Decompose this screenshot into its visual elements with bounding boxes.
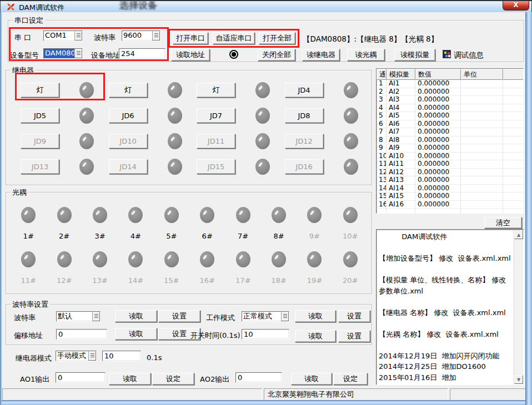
table-cell: AI10 — [387, 153, 415, 161]
switch-time-set-button[interactable]: 设置 — [338, 330, 370, 342]
read-opto-button[interactable]: 读光耦 — [347, 49, 385, 61]
analog-column-header[interactable]: 数值 — [415, 69, 461, 80]
work-mode-read-button[interactable]: 读取 — [295, 310, 336, 322]
adaptive-serial-button[interactable]: 自适应串口 — [213, 32, 255, 44]
debug-info-label[interactable]: 调试信息 — [454, 51, 484, 59]
relay-button-8[interactable]: JD8 — [285, 108, 324, 123]
open-all-button[interactable]: 打开全部 — [259, 32, 295, 44]
relay-button-11[interactable]: JD11 — [197, 134, 235, 149]
table-row[interactable]: 4AI40.000000 — [377, 104, 523, 113]
table-row[interactable]: 8AI80.000000 — [377, 136, 523, 145]
relay-button-9[interactable]: JD9 — [21, 134, 59, 149]
table-row[interactable]: 2AI20.000000 — [377, 88, 523, 97]
open-serial-button[interactable]: 打开串口 — [173, 32, 208, 44]
read-analog-button[interactable]: 读模拟量 — [394, 49, 435, 61]
relay-cell: JD16 — [279, 154, 368, 179]
baudrate-set-button[interactable]: 设置 — [158, 310, 200, 322]
table-row[interactable]: 5AI50.000000 — [377, 112, 523, 120]
close-button[interactable]: X — [503, 0, 529, 11]
switch-time-read-button[interactable]: 读取 — [295, 330, 336, 342]
relay-button-10[interactable]: JD10 — [109, 134, 148, 149]
switch-time-input[interactable]: 10 — [242, 329, 289, 340]
relay-led-9 — [79, 133, 94, 149]
analog-column-header[interactable]: 通 — [377, 69, 387, 80]
table-cell: AI16 — [387, 201, 415, 209]
table-cell: AI14 — [387, 185, 415, 193]
relay-mode-time-input[interactable]: 10 — [102, 351, 141, 361]
port-combobox[interactable]: COM1 — [43, 31, 83, 41]
scroll-up-icon[interactable]: ▲ — [514, 230, 523, 239]
baud-settings-group: 波特率设置 波特率 默认 读取 设置 工作模式 正常模式 读取 设置 偏移地址 … — [6, 304, 372, 345]
scroll-down-icon[interactable]: ▼ — [514, 375, 523, 384]
device-address-input[interactable]: 254 — [119, 48, 165, 59]
baudrate-combobox[interactable]: 9600 — [122, 31, 160, 41]
opto-led-20 — [343, 251, 358, 267]
ao1-input[interactable]: 0 — [56, 372, 106, 383]
read-address-button[interactable]: 读取地址 — [171, 49, 210, 61]
table-row[interactable]: 16AI160.000000 — [377, 201, 523, 209]
baudrate-dropdown-icon[interactable] — [152, 31, 160, 40]
offset-read-button[interactable]: 读取 — [115, 328, 157, 340]
baudrate-setting-combobox[interactable]: 默认 — [56, 311, 101, 322]
title-bar[interactable]: 选择设备 DAM调试软件 — [0, 1, 532, 12]
table-cell: 0.000000 — [415, 193, 461, 201]
relay-button-6[interactable]: JD6 — [109, 108, 148, 123]
table-row[interactable] — [377, 209, 523, 214]
table-row[interactable]: 13AI130.000000 — [377, 176, 523, 185]
port-dropdown-icon[interactable] — [74, 31, 82, 40]
clear-button[interactable]: 清空 — [484, 217, 522, 229]
table-row[interactable]: 11AI110.000000 — [377, 160, 523, 169]
baudrate-setting-dropdown-icon[interactable] — [92, 312, 100, 321]
relay-button-5[interactable]: JD5 — [21, 108, 59, 123]
table-cell: AI7 — [387, 128, 415, 136]
table-row[interactable]: 12AI120.000000 — [377, 169, 523, 177]
close-all-button[interactable]: 关闭全部 — [258, 49, 295, 61]
table-row[interactable]: 3AI30.000000 — [377, 96, 523, 104]
opto-label: 12# — [57, 276, 72, 285]
offset-address-input[interactable]: 0 — [56, 329, 107, 340]
serial-group-title: 串口设定 — [13, 16, 45, 24]
work-mode-dropdown-icon[interactable] — [281, 312, 289, 321]
ao1-read-button[interactable]: 读取 — [109, 373, 151, 385]
work-mode-combobox[interactable]: 正常模式 — [242, 311, 289, 322]
table-row[interactable]: 10AI100.000000 — [377, 153, 523, 161]
relay-button-14[interactable]: JD14 — [109, 159, 148, 174]
relay-led-4 — [344, 82, 358, 98]
work-mode-label: 工作模式 — [206, 313, 235, 322]
ao2-input[interactable]: 0 — [235, 372, 282, 383]
relay-button-15[interactable]: JD15 — [197, 159, 235, 174]
ao2-set-button[interactable]: 设定 — [333, 373, 368, 385]
table-row[interactable]: 15AI150.000000 — [377, 193, 523, 201]
relay-mode-dropdown-icon[interactable] — [88, 351, 96, 361]
device-model-combobox[interactable]: DAM0808 — [43, 48, 83, 59]
relay-button-16[interactable]: JD16 — [285, 159, 324, 174]
relay-button-1[interactable]: 灯 — [21, 83, 59, 98]
opto-cell: 16# — [189, 246, 225, 290]
ao1-set-button[interactable]: 设定 — [152, 373, 194, 385]
device-model-dropdown-icon[interactable] — [74, 49, 82, 58]
relay-button-12[interactable]: JD12 — [285, 134, 324, 149]
table-row[interactable]: 9AI90.000000 — [377, 144, 523, 153]
table-cell — [461, 80, 503, 88]
relay-button-13[interactable]: JD13 — [21, 159, 59, 174]
ao2-read-button[interactable]: 读取 — [291, 373, 332, 385]
table-row[interactable]: 7AI70.000000 — [377, 128, 523, 136]
relay-mode-combobox[interactable]: 手动模式 — [56, 351, 97, 361]
table-cell: 8 — [377, 136, 387, 145]
read-relay-button[interactable]: 读继电器 — [302, 49, 340, 61]
relay-button-7[interactable]: JD7 — [197, 108, 235, 123]
baudrate-read-button[interactable]: 读取 — [115, 310, 157, 322]
table-row[interactable]: 6AI60.000000 — [377, 120, 523, 129]
relay-button-4[interactable]: JD4 — [285, 83, 324, 98]
analog-column-header[interactable]: 模拟量 — [387, 69, 415, 80]
relay-grid: 灯灯灯JD4JD5JD6JD7JD8JD9JD10JD11JD12JD13JD1… — [15, 77, 367, 179]
work-mode-set-button[interactable]: 设置 — [338, 310, 370, 322]
relay-button-3[interactable]: 灯 — [197, 83, 235, 98]
analog-column-header[interactable]: 单位 — [461, 69, 503, 80]
table-row[interactable]: 1AI10.000000 — [377, 80, 523, 88]
relay-button-2[interactable]: 灯 — [109, 83, 148, 98]
analog-column-header[interactable] — [503, 69, 523, 80]
table-row[interactable]: 14AI140.000000 — [377, 185, 523, 193]
company-name: 北京聚英翱翔电子有限公司 — [268, 389, 354, 399]
info-scrollbar[interactable]: ▲ ▼ — [514, 230, 523, 384]
